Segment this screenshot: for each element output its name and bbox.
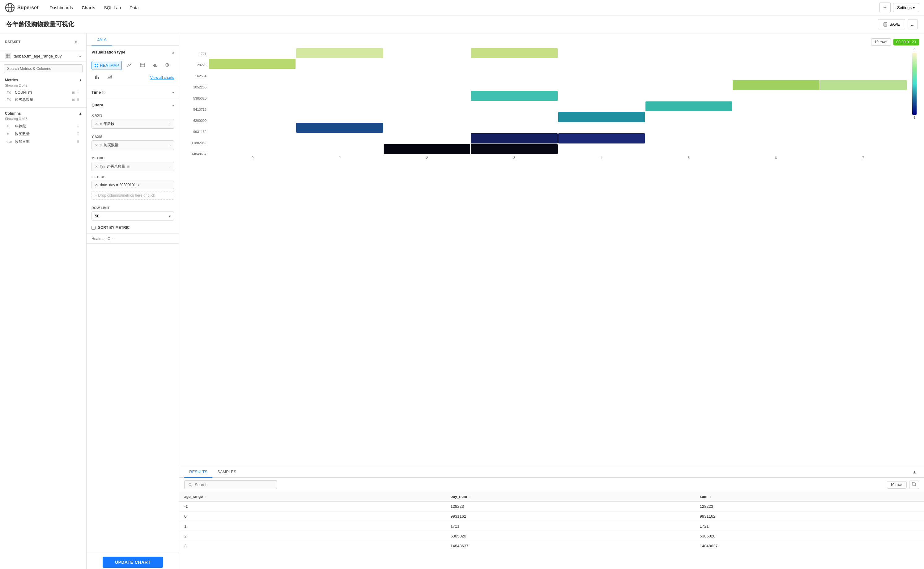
heatmap-icon bbox=[94, 63, 99, 68]
save-button[interactable]: SAVE bbox=[878, 19, 905, 29]
columns-header[interactable]: Columns ▴ bbox=[5, 111, 81, 116]
center-content: Visualization type ▴ HEATMAP bbox=[87, 46, 179, 552]
metrics-header[interactable]: Metrics ▴ bbox=[5, 78, 81, 82]
col-buy-num: buy_num ↕ bbox=[445, 492, 695, 502]
heatmap-cell bbox=[209, 133, 296, 143]
tab-samples[interactable]: SAMPLES bbox=[212, 466, 241, 478]
column-item-date[interactable]: abc 添加日期 ⠿ bbox=[5, 138, 81, 146]
heatmap-cell bbox=[209, 70, 296, 79]
heatmap-cell bbox=[384, 48, 470, 58]
viz-line-btn[interactable] bbox=[124, 61, 135, 70]
y-axis-label: Y AXIS bbox=[91, 135, 174, 138]
svg-rect-19 bbox=[95, 76, 96, 79]
heatmap-grid-wrapper: 0 1 2 3 4 5 6 7 bbox=[209, 48, 907, 160]
dataset-more-button[interactable]: ⋯ bbox=[77, 54, 81, 58]
heatmap-cell bbox=[296, 48, 383, 58]
sort-metric-checkbox[interactable] bbox=[91, 226, 96, 230]
heatmap-cell bbox=[471, 80, 557, 90]
x-axis-section: X AXIS ✕ # 年龄段 › bbox=[87, 111, 179, 132]
heatmap-cell bbox=[209, 48, 296, 58]
col-age-range: age_range ↕ bbox=[179, 492, 445, 502]
viz-heatmap-btn[interactable]: HEATMAP bbox=[91, 61, 122, 70]
view-all-charts-link[interactable]: View all charts bbox=[150, 76, 174, 80]
column-item-age[interactable]: # 年龄段 ⠿ bbox=[5, 122, 81, 130]
viz-table-btn[interactable] bbox=[137, 61, 148, 70]
viz-area-btn[interactable] bbox=[105, 73, 115, 82]
nav-data[interactable]: Data bbox=[126, 3, 143, 12]
x-axis-remove[interactable]: ✕ bbox=[95, 122, 98, 126]
collapse-sidebar-button[interactable]: « bbox=[71, 37, 81, 46]
brand-logo[interactable]: Superset bbox=[5, 3, 38, 13]
svg-rect-12 bbox=[97, 66, 98, 67]
query-section-header[interactable]: Query ▴ bbox=[87, 99, 179, 111]
table-body: -112822312822309931162993116211721172125… bbox=[179, 502, 924, 551]
nav-sqllab[interactable]: SQL Lab bbox=[100, 3, 125, 12]
save-icon bbox=[883, 22, 888, 27]
metric-item-count[interactable]: f(x) COUNT(*) ⊞ ⠿ bbox=[5, 89, 81, 96]
viz-section-header[interactable]: Visualization type ▴ bbox=[87, 46, 179, 58]
save-label: SAVE bbox=[889, 22, 900, 27]
metric-item-buy[interactable]: f(x) 购买总数量 ⊞ ⠿ bbox=[5, 96, 81, 103]
nav-dashboards[interactable]: Dashboards bbox=[46, 3, 77, 12]
collapse-results-button[interactable]: ▲ bbox=[910, 466, 919, 477]
search-input[interactable] bbox=[4, 64, 82, 73]
heatmap-chart: 1721 128223 162534 1052265 5385020 54137… bbox=[184, 48, 919, 160]
table-row: 099311629931162 bbox=[179, 511, 924, 521]
heatmap-cell bbox=[209, 112, 296, 122]
heatmap-cell bbox=[471, 48, 557, 58]
y-axis-remove[interactable]: ✕ bbox=[95, 143, 98, 148]
heatmap-cell bbox=[558, 112, 645, 122]
more-button[interactable]: ... bbox=[907, 19, 918, 29]
filters-section: FILTERS ✕ date_day = 20300101 › + Drop c… bbox=[87, 175, 179, 204]
area-chart-icon bbox=[107, 75, 112, 79]
heatmap-cell bbox=[384, 123, 470, 133]
results-search-input[interactable] bbox=[195, 482, 273, 487]
heatmap-cell bbox=[820, 80, 907, 90]
heatmap-cell bbox=[646, 70, 732, 79]
filter-drop-zone[interactable]: + Drop columns/metrics here or click bbox=[91, 191, 174, 200]
viz-pie-btn[interactable] bbox=[162, 61, 172, 70]
heatmap-cell bbox=[733, 48, 819, 58]
line-chart-icon bbox=[127, 63, 132, 67]
viz-4k-btn[interactable]: 4k bbox=[150, 62, 160, 70]
row-limit-select[interactable]: 5 10 25 50 100 500 1000 bbox=[91, 211, 174, 221]
heatmap-cell bbox=[471, 123, 557, 133]
nav-charts[interactable]: Charts bbox=[78, 3, 99, 12]
heatmap-cell bbox=[296, 70, 383, 79]
legend-min: 1 bbox=[913, 116, 915, 119]
svg-rect-4 bbox=[884, 23, 886, 24]
y-axis-field[interactable]: ✕ # 购买数量 › bbox=[91, 140, 174, 150]
header-row: age_range ↕ buy_num ↕ sum ↕ bbox=[179, 492, 924, 502]
heatmap-cell bbox=[820, 112, 907, 122]
metric-field[interactable]: ✕ f(x) 购买总数量 ⊞ › bbox=[91, 162, 174, 171]
metric-remove[interactable]: ✕ bbox=[95, 164, 98, 169]
heatmap-cell bbox=[733, 59, 819, 68]
tab-data[interactable]: DATA bbox=[91, 33, 112, 46]
results-area: RESULTS SAMPLES ▲ 10 rows bbox=[179, 466, 924, 569]
page-header: 各年龄段购物数量可视化 SAVE ... bbox=[0, 15, 924, 33]
filters-label: FILTERS bbox=[91, 175, 174, 179]
results-search-box bbox=[184, 480, 277, 489]
copy-button[interactable] bbox=[909, 481, 919, 489]
time-section-header[interactable]: Time ⓘ ▾ bbox=[87, 86, 179, 99]
filter-tag-date[interactable]: ✕ date_day = 20300101 › bbox=[91, 181, 174, 189]
tab-results[interactable]: RESULTS bbox=[184, 466, 212, 478]
filter-remove[interactable]: ✕ bbox=[95, 183, 98, 187]
column-item-buynum[interactable]: # 购买数量 ⠿ bbox=[5, 130, 81, 138]
time-title: Time ⓘ bbox=[91, 90, 105, 95]
viz-bar-btn[interactable] bbox=[91, 73, 102, 82]
heatmap-cell bbox=[384, 102, 470, 111]
heatmap-cell bbox=[471, 91, 557, 101]
heatmap-cell bbox=[733, 144, 819, 154]
settings-button[interactable]: Settings ▾ bbox=[893, 3, 919, 12]
query-title: Query bbox=[91, 103, 103, 107]
table-icon bbox=[5, 53, 11, 59]
x-axis-field[interactable]: ✕ # 年龄段 › bbox=[91, 119, 174, 129]
update-chart-button[interactable]: UPDATE CHART bbox=[103, 557, 163, 568]
topnav-right: + Settings ▾ bbox=[880, 2, 919, 13]
plus-button[interactable]: + bbox=[880, 2, 891, 13]
table-row: 253850205385020 bbox=[179, 531, 924, 541]
heatmap-cell bbox=[646, 102, 732, 111]
heatmap-cell bbox=[733, 80, 819, 90]
columns-list: # 年龄段 ⠿ # 购买数量 ⠿ abc 添加日期 ⠿ bbox=[5, 122, 81, 146]
